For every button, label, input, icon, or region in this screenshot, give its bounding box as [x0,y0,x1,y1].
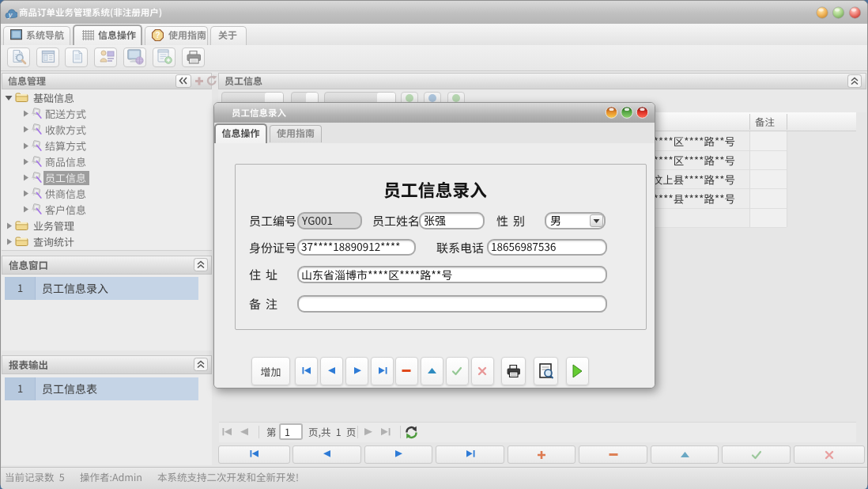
svg-text:y: y [8,9,13,19]
svg-text:?: ? [155,31,160,40]
